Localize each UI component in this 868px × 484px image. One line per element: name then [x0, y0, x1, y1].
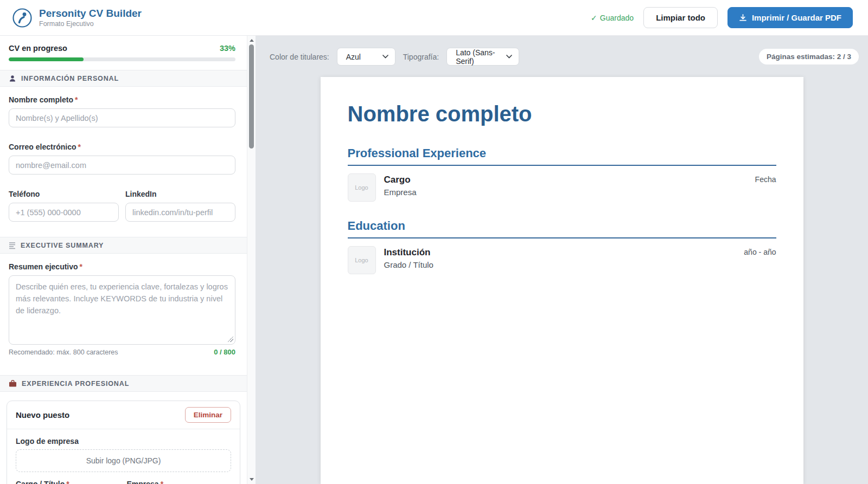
- personal-form: Nombre completo* Correo electrónico* Tel…: [0, 87, 247, 237]
- sidebar-scrollbar[interactable]: [247, 36, 256, 484]
- progress-fill: [9, 57, 84, 61]
- logo-placeholder-text: Logo: [355, 257, 368, 263]
- print-save-pdf-button[interactable]: Imprimir / Guardar PDF: [727, 7, 853, 28]
- role-label-text: Cargo / Título: [16, 480, 65, 484]
- cv-section-experience: Professional Experience Logo Cargo Empre…: [348, 146, 776, 202]
- experience-block: Nuevo puesto Eliminar Logo de empresa Su…: [0, 392, 247, 484]
- form-sidebar: CV en progreso 33% INFORMACIÓN PERSONAL: [0, 36, 247, 484]
- required-asterisk: *: [80, 262, 82, 271]
- clear-all-button[interactable]: Limpiar todo: [643, 7, 718, 28]
- cv-name-title: Nombre completo: [348, 101, 776, 127]
- font-select[interactable]: Lato (Sans-Serif): [446, 48, 519, 66]
- summary-label-text: Resumen ejecutivo: [9, 262, 78, 271]
- chevron-down-icon: [382, 55, 388, 59]
- full-name-label: Nombre completo*: [9, 95, 235, 105]
- cv-entry-date: año - año: [744, 246, 776, 256]
- delete-position-button[interactable]: Eliminar: [185, 407, 231, 423]
- preview-toolbar: Color de titulares: Azul Tipografía: Lat…: [256, 48, 868, 66]
- logo-upload-label: Subir logo (PNG/JPG): [86, 456, 161, 465]
- color-select-value: Azul: [346, 53, 361, 61]
- required-asterisk: *: [161, 480, 163, 484]
- section-header-summary: EXECUTIVE SUMMARY: [0, 237, 247, 254]
- app-screen: Personity CV Builder Formato Ejecutivo ✓…: [0, 0, 868, 484]
- font-select-label: Tipografía:: [403, 53, 439, 61]
- pages-badge: Páginas estimadas: 2 / 3: [759, 49, 859, 64]
- progress-block: CV en progreso 33%: [0, 36, 247, 70]
- linkedin-field: LinkedIn: [125, 190, 235, 222]
- cv-section-education: Education Logo Institución Grado / Títul…: [348, 219, 776, 274]
- brand: Personity CV Builder Formato Ejecutivo: [12, 8, 142, 28]
- experience-card-header: Nuevo puesto Eliminar: [7, 401, 240, 429]
- scrollbar-thumb[interactable]: [249, 44, 254, 149]
- summary-label: Resumen ejecutivo*: [9, 262, 235, 272]
- logo-placeholder: Logo: [348, 173, 376, 202]
- summary-form: Resumen ejecutivo* Recomendado: máx. 800…: [0, 254, 247, 375]
- cv-experience-entry: Logo Cargo Empresa Fecha: [348, 173, 776, 202]
- logo-upload-box[interactable]: Subir logo (PNG/JPG): [16, 449, 231, 472]
- resize-handle[interactable]: [228, 337, 233, 342]
- summary-textarea[interactable]: [9, 275, 235, 345]
- required-asterisk: *: [75, 95, 78, 104]
- color-select[interactable]: Azul: [337, 48, 395, 66]
- company-logo-label: Logo de empresa: [16, 437, 231, 446]
- progress-percent: 33%: [220, 44, 235, 53]
- cv-entry-subtitle: Empresa: [384, 188, 747, 197]
- progress-bar: [9, 57, 235, 61]
- app-title: Personity CV Builder: [39, 8, 142, 20]
- experience-card-title: Nuevo puesto: [16, 410, 69, 420]
- document-lines-icon: [9, 242, 16, 249]
- briefcase-icon: [9, 380, 17, 388]
- cv-section-heading: Education: [348, 219, 776, 238]
- experience-card-body: Logo de empresa Subir logo (PNG/JPG) Car…: [7, 429, 240, 484]
- cv-entry-title: Cargo: [384, 175, 747, 185]
- full-name-input[interactable]: [9, 108, 235, 127]
- check-icon: ✓: [591, 14, 597, 22]
- chevron-down-icon: [506, 55, 512, 59]
- summary-field: Resumen ejecutivo* Recomendado: máx. 800…: [9, 262, 235, 356]
- app-logo-icon: [12, 8, 33, 28]
- color-select-label: Color de titulares:: [270, 53, 329, 61]
- role-label: Cargo / Título*: [16, 480, 120, 484]
- scroll-down-arrow[interactable]: [247, 476, 256, 483]
- phone-linkedin-row: Teléfono LinkedIn: [9, 190, 235, 222]
- scroll-up-arrow[interactable]: [247, 37, 256, 44]
- cv-page: Nombre completo Professional Experience …: [321, 77, 803, 484]
- page-area: Nombre completo Professional Experience …: [256, 66, 868, 484]
- saved-status: ✓ Guardado: [591, 14, 634, 22]
- cv-entry-subtitle: Grado / Título: [384, 260, 736, 269]
- cv-entry-text: Cargo Empresa: [384, 173, 747, 197]
- phone-label: Teléfono: [9, 190, 119, 199]
- download-icon: [739, 14, 747, 22]
- saved-status-label: Guardado: [600, 14, 634, 22]
- preview-pane: Color de titulares: Azul Tipografía: Lat…: [256, 36, 868, 484]
- cv-entry-title: Institución: [384, 247, 736, 258]
- progress-label: CV en progreso: [9, 44, 67, 53]
- section-title-personal: INFORMACIÓN PERSONAL: [21, 75, 119, 82]
- main-area: CV en progreso 33% INFORMACIÓN PERSONAL: [0, 36, 868, 484]
- section-header-personal: INFORMACIÓN PERSONAL: [0, 70, 247, 87]
- required-asterisk: *: [78, 143, 80, 151]
- email-input[interactable]: [9, 156, 235, 175]
- required-asterisk: *: [66, 480, 69, 484]
- header-actions: ✓ Guardado Limpiar todo Imprimir / Guard…: [591, 7, 853, 28]
- logo-placeholder: Logo: [348, 246, 376, 274]
- person-icon: [9, 75, 16, 82]
- email-label: Correo electrónico*: [9, 143, 235, 152]
- company-label: Empresa*: [127, 480, 232, 484]
- summary-hint: Recomendado: máx. 800 caracteres: [9, 349, 118, 356]
- full-name-label-text: Nombre completo: [9, 95, 73, 104]
- cv-education-entry: Logo Institución Grado / Título año - añ…: [348, 246, 776, 274]
- brand-text: Personity CV Builder Formato Ejecutivo: [39, 8, 142, 28]
- section-title-summary: EXECUTIVE SUMMARY: [21, 242, 104, 249]
- email-label-text: Correo electrónico: [9, 143, 76, 151]
- email-field: Correo electrónico*: [9, 143, 235, 175]
- linkedin-input[interactable]: [125, 203, 235, 222]
- print-save-pdf-label: Imprimir / Guardar PDF: [752, 13, 841, 22]
- phone-input[interactable]: [9, 203, 119, 222]
- app-header: Personity CV Builder Formato Ejecutivo ✓…: [0, 0, 868, 36]
- cv-entry-date: Fecha: [755, 173, 776, 184]
- char-counter: 0 / 800: [214, 348, 235, 356]
- role-company-labels-row: Cargo / Título* Empresa*: [16, 480, 231, 484]
- company-label-text: Empresa: [127, 480, 159, 484]
- cv-section-heading: Professional Experience: [348, 146, 776, 166]
